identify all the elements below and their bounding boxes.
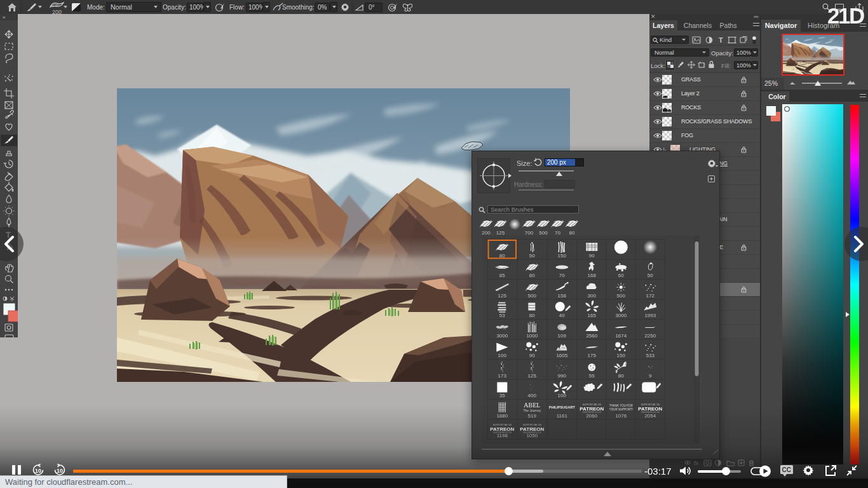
svg-text:80: 80: [529, 273, 535, 278]
svg-text:3000: 3000: [615, 313, 627, 318]
svg-text:80: 80: [529, 313, 535, 318]
svg-text:175: 175: [588, 353, 597, 358]
svg-text:53: 53: [499, 313, 505, 318]
svg-text:300: 300: [588, 293, 597, 299]
svg-text:85: 85: [499, 273, 505, 278]
svg-text:125: 125: [498, 293, 507, 299]
svg-text:10: 10: [57, 468, 63, 474]
svg-text:500: 500: [528, 293, 537, 299]
svg-text:1674: 1674: [615, 333, 627, 339]
svg-text:CC: CC: [782, 466, 791, 473]
svg-text:400: 400: [528, 393, 537, 398]
svg-text:168: 168: [588, 273, 597, 278]
svg-text:100: 100: [498, 353, 507, 358]
svg-text:150: 150: [617, 353, 626, 358]
svg-text:90: 90: [529, 353, 535, 358]
svg-text:990: 990: [558, 373, 567, 379]
svg-text:165: 165: [588, 313, 597, 318]
svg-text:2250: 2250: [644, 333, 656, 339]
svg-text:9: 9: [649, 373, 652, 379]
svg-text:50: 50: [529, 253, 535, 259]
svg-text:35: 35: [499, 393, 505, 398]
svg-text:173: 173: [498, 373, 507, 379]
svg-text:55: 55: [589, 373, 595, 379]
svg-text:172: 172: [646, 293, 655, 299]
svg-text:T: T: [719, 36, 723, 44]
svg-text:1605: 1605: [556, 353, 567, 358]
svg-text:109: 109: [558, 333, 567, 339]
svg-text:500: 500: [617, 293, 626, 299]
svg-text:1000: 1000: [526, 333, 538, 339]
svg-text:40: 40: [559, 313, 565, 318]
svg-text:533: 533: [646, 353, 655, 358]
svg-text:158: 158: [558, 293, 567, 299]
svg-text:»: »: [3, 15, 6, 20]
svg-text:80: 80: [499, 253, 505, 259]
svg-text:100: 100: [558, 393, 567, 398]
svg-text:10: 10: [35, 468, 41, 474]
svg-text:2560: 2560: [586, 333, 597, 339]
svg-text:3000: 3000: [496, 333, 508, 339]
svg-text:50: 50: [648, 273, 653, 278]
svg-text:1993: 1993: [644, 313, 656, 318]
svg-text:125: 125: [528, 373, 537, 379]
svg-text:70: 70: [559, 273, 565, 278]
svg-text:90: 90: [589, 253, 595, 259]
svg-text:150: 150: [558, 253, 567, 259]
svg-text:60: 60: [618, 273, 624, 278]
svg-text:80: 80: [618, 373, 624, 379]
